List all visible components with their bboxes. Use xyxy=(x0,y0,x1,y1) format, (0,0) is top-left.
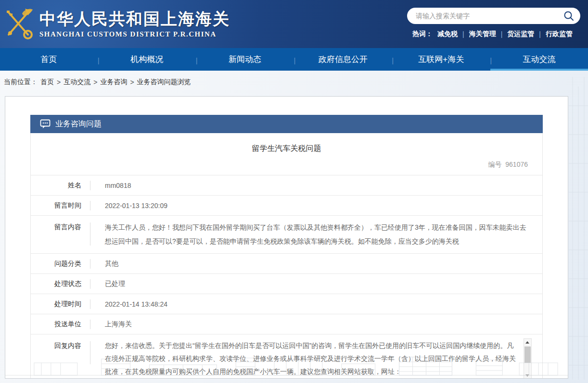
hot-word-link[interactable]: 行政监管 xyxy=(546,30,573,38)
table-row-unit: 投送单位 上海海关 xyxy=(31,314,542,334)
main-nav: 首页 | 机构概况 | 新闻动态 | 政府信息公开 | 互联网+海关 | 互动交… xyxy=(0,48,588,71)
row-value: 2022-01-13 13:20:09 xyxy=(105,202,542,210)
row-label: 回复内容 xyxy=(31,339,81,350)
breadcrumb-link-home[interactable]: 首页 xyxy=(40,78,54,86)
skyline-watermark-right xyxy=(569,77,588,380)
row-divider xyxy=(90,299,90,309)
reply-scroll-area[interactable]: 您好，来信收悉。关于您提出“留学生在国外的旧车是否可以运回中国”的咨询，留学生在… xyxy=(105,339,542,378)
row-divider xyxy=(90,181,90,190)
table-row-status: 处理状态 已处理 xyxy=(31,273,542,294)
question-number: 编号 961076 xyxy=(31,154,542,175)
customs-logo-icon xyxy=(4,6,34,42)
row-value: 上海海关 xyxy=(105,320,542,329)
row-divider xyxy=(90,320,90,329)
panel-body: 留学生汽车关税问题 编号 961076 姓名 mm0818 留言时间 2022-… xyxy=(30,133,543,379)
scroll-down-arrow-icon[interactable] xyxy=(524,372,531,379)
hot-words-label: 热词： xyxy=(412,30,433,38)
site-header: 中华人民共和国上海海关 SHANGHAI CUSTOMS DISTRICT P.… xyxy=(0,0,588,48)
search-input[interactable] xyxy=(416,12,563,20)
search-button[interactable] xyxy=(563,10,575,22)
nav-item-overview[interactable]: 机构概况 xyxy=(98,48,196,71)
breadcrumb-prefix: 当前位置： xyxy=(4,78,38,86)
hot-word-link[interactable]: 减免税 xyxy=(437,30,458,38)
site-title: 中华人民共和国上海海关 xyxy=(39,10,230,28)
breadcrumb-separator: > xyxy=(57,78,61,86)
table-row-handle-time: 处理时间 2022-01-14 13:48:24 xyxy=(31,294,542,314)
hot-word-link[interactable]: 货运监管 xyxy=(507,30,534,38)
site-title-block: 中华人民共和国上海海关 SHANGHAI CUSTOMS DISTRICT P.… xyxy=(39,10,230,38)
breadcrumb-link-consult[interactable]: 业务咨询 xyxy=(100,78,127,86)
consult-panel: 业务咨询问题 留学生汽车关税问题 编号 961076 姓名 mm0818 留言时… xyxy=(30,115,543,379)
search-box[interactable] xyxy=(407,8,580,24)
table-row-message-time: 留言时间 2022-01-13 13:20:09 xyxy=(31,195,542,215)
row-label: 处理状态 xyxy=(31,280,81,288)
row-value: mm0818 xyxy=(105,182,542,189)
reply-text: 您好，来信收悉。关于您提出“留学生在国外的旧车是否可以运回中国”的咨询，留学生在… xyxy=(105,339,519,378)
search-icon xyxy=(563,10,575,22)
hot-word-separator: | xyxy=(501,30,503,38)
scroll-up-arrow-icon[interactable] xyxy=(524,339,531,346)
breadcrumb-separator: > xyxy=(93,78,97,86)
row-label: 处理时间 xyxy=(31,300,81,309)
nav-item-internet-customs[interactable]: 互联网+海关 xyxy=(392,48,490,71)
row-divider xyxy=(90,279,90,289)
hot-words-bar: 热词： 减免税 | 海关管理 | 货运监管 | 行政监管 xyxy=(407,30,581,38)
content-card: 业务咨询问题 留学生汽车关税问题 编号 961076 姓名 mm0818 留言时… xyxy=(5,96,568,379)
nav-item-news[interactable]: 新闻动态 xyxy=(196,48,294,71)
breadcrumb-link-current[interactable]: 业务咨询问题浏览 xyxy=(137,78,191,86)
breadcrumb-separator: > xyxy=(130,78,134,86)
panel-header: 业务咨询问题 xyxy=(30,115,543,133)
hot-word-separator: | xyxy=(539,30,541,38)
row-label: 投送单位 xyxy=(31,320,81,329)
hot-word-separator: | xyxy=(462,30,464,38)
chat-bubble-icon xyxy=(40,119,51,129)
site-subtitle: SHANGHAI CUSTOMS DISTRICT P.R.CHINA xyxy=(39,30,230,38)
question-title: 留学生汽车关税问题 xyxy=(31,133,542,154)
breadcrumb: 当前位置： 首页 > 互动交流 > 业务咨询 > 业务咨询问题浏览 xyxy=(0,71,588,94)
row-divider xyxy=(90,259,90,269)
row-value: 已处理 xyxy=(105,280,542,288)
table-row-category: 问题分类 其他 xyxy=(31,253,542,273)
nav-item-home[interactable]: 首页 xyxy=(0,48,98,71)
row-divider xyxy=(90,201,90,210)
nav-item-gov-info[interactable]: 政府信息公开 xyxy=(294,48,392,71)
row-label: 姓名 xyxy=(31,181,81,190)
number-label: 编号 xyxy=(488,161,502,168)
table-row-message-content: 留言内容 海关工作人员，您好！我想问下我在国外留学期间买了台车（发票以及其他资料… xyxy=(31,215,542,253)
hot-word-link[interactable]: 海关管理 xyxy=(469,30,496,38)
row-value: 2022-01-14 13:48:24 xyxy=(105,300,542,308)
row-value: 其他 xyxy=(105,259,542,268)
header-right: 热词： 减免税 | 海关管理 | 货运监管 | 行政监管 xyxy=(407,8,581,38)
breadcrumb-link-interaction[interactable]: 互动交流 xyxy=(64,78,90,86)
panel-title: 业务咨询问题 xyxy=(55,119,102,129)
scrollbar-thumb[interactable] xyxy=(524,346,531,363)
row-label: 留言时间 xyxy=(31,201,81,210)
number-value: 961076 xyxy=(505,161,528,168)
table-row-name: 姓名 mm0818 xyxy=(31,175,542,195)
reply-scrollbar[interactable] xyxy=(524,338,532,379)
table-row-reply-content: 回复内容 您好，来信收悉。关于您提出“留学生在国外的旧车是否可以运回中国”的咨询… xyxy=(31,334,542,379)
row-divider xyxy=(90,341,90,364)
row-label: 问题分类 xyxy=(31,259,81,268)
row-divider xyxy=(90,222,90,246)
row-value: 海关工作人员，您好！我想问下我在国外留学期间买了台车（发票以及其他资料都齐全），… xyxy=(105,221,542,248)
row-label: 留言内容 xyxy=(31,221,81,232)
nav-item-interaction[interactable]: 互动交流 xyxy=(490,48,588,71)
